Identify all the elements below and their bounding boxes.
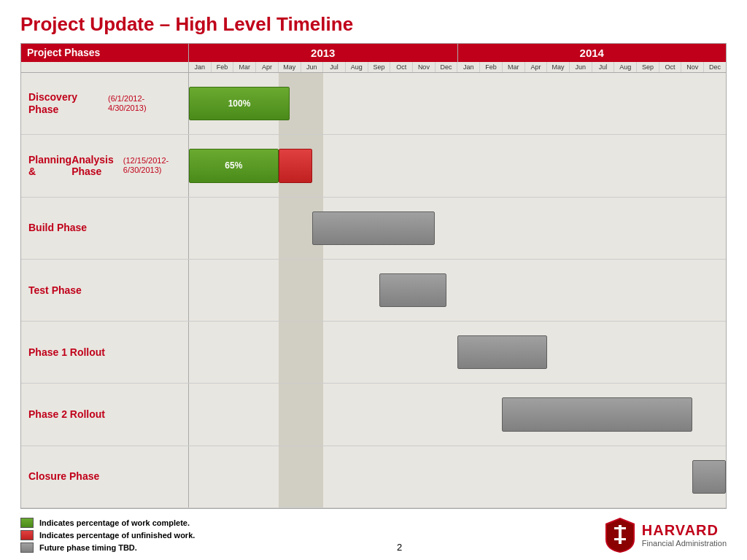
phase-name: Build Phase xyxy=(28,222,87,234)
harvard-shield-icon xyxy=(604,516,636,553)
svg-rect-1 xyxy=(619,525,622,544)
month-cell-18: Jul xyxy=(592,62,615,72)
gantt-row-0: Discovery Phase(6/1/2012-4/30/2013)100% xyxy=(21,73,726,135)
row-label-1: Planning &Analysis Phase(12/15/2012-6/30… xyxy=(21,135,189,196)
gantt-row-6: Closure Phase xyxy=(21,446,726,508)
month-cell-20: Sep xyxy=(637,62,659,72)
row-timeline-4 xyxy=(189,322,726,383)
gantt-row-1: Planning &Analysis Phase(12/15/2012-6/30… xyxy=(21,135,726,197)
current-period-shade xyxy=(279,384,323,445)
gantt-body: Discovery Phase(6/1/2012-4/30/2013)100%P… xyxy=(21,73,726,508)
bottom-area: Indicates percentage of work complete.In… xyxy=(20,512,727,553)
month-cell-0: Jan xyxy=(189,62,212,72)
month-cell-4: May xyxy=(279,62,301,72)
month-cell-14: Mar xyxy=(503,62,525,72)
row-label-5: Phase 2 Rollout xyxy=(21,384,189,445)
row-timeline-5 xyxy=(189,384,726,445)
current-period-shade xyxy=(279,322,323,383)
gantt-bar-4-0 xyxy=(457,335,547,369)
current-period-shade xyxy=(279,260,323,321)
month-cell-6: Jul xyxy=(323,62,346,72)
page-title: Project Update – High Level Timeline xyxy=(20,13,727,36)
phase-name: Test Phase xyxy=(28,284,82,297)
month-cell-19: Aug xyxy=(614,62,637,72)
phase-sublabel: (6/1/2012-4/30/2013) xyxy=(108,94,181,113)
months-cells: JanFebMarAprMayJunJulAugSepOctNovDecJanF… xyxy=(189,62,726,72)
harvard-name: HARVARD xyxy=(642,522,727,539)
gantt-row-2: Build Phase xyxy=(21,198,726,260)
phase-name: Discovery Phase xyxy=(28,91,108,116)
legend-text-1: Indicates percentage of unfinished work. xyxy=(39,531,195,540)
gantt-bar-1-0: 65% xyxy=(189,149,279,182)
month-cell-1: Feb xyxy=(212,62,234,72)
phases-header: Project Phases xyxy=(21,44,189,62)
month-cell-10: Nov xyxy=(413,62,436,72)
gantt-bar-2-0 xyxy=(312,211,436,245)
row-label-6: Closure Phase xyxy=(21,446,189,508)
gantt-row-4: Phase 1 Rollout xyxy=(21,322,726,384)
month-cell-16: May xyxy=(547,62,570,72)
phase-sublabel: (12/15/2012-6/30/2013) xyxy=(123,156,181,175)
harvard-sub: Financial Administration xyxy=(642,539,727,548)
gantt-bar-0-0: 100% xyxy=(189,87,290,120)
current-period-shade xyxy=(279,446,323,508)
month-cell-3: Apr xyxy=(256,62,279,72)
phase-name: Planning & xyxy=(28,154,71,179)
gantt-bar-1-1 xyxy=(279,149,312,182)
gantt-row-5: Phase 2 Rollout xyxy=(21,384,726,446)
month-cell-2: Mar xyxy=(233,62,256,72)
legend-area: Indicates percentage of work complete.In… xyxy=(20,518,195,553)
phase-name: Analysis Phase xyxy=(71,154,123,179)
gantt-bar-6-0 xyxy=(692,460,726,494)
row-timeline-0: 100% xyxy=(189,73,726,134)
page-number: 2 xyxy=(195,542,604,553)
row-timeline-1: 65% xyxy=(189,135,726,196)
month-cell-13: Feb xyxy=(480,62,503,72)
row-timeline-3 xyxy=(189,260,726,321)
legend-item-2: Future phase timing TBD. xyxy=(20,542,195,553)
legend-box-gray xyxy=(20,542,34,553)
legend-item-1: Indicates percentage of unfinished work. xyxy=(20,530,195,540)
year-2014: 2014 xyxy=(458,44,727,62)
month-cell-7: Aug xyxy=(346,62,368,72)
legend-item-0: Indicates percentage of work complete. xyxy=(20,518,195,528)
harvard-logo: HARVARD Financial Administration xyxy=(604,516,727,553)
row-label-2: Build Phase xyxy=(21,198,189,259)
month-cell-8: Sep xyxy=(368,62,391,72)
row-timeline-2 xyxy=(189,198,726,259)
row-label-4: Phase 1 Rollout xyxy=(21,322,189,383)
month-cell-9: Oct xyxy=(390,62,413,72)
gantt-chart: Project Phases 2013 2014 JanFebMarAprMay… xyxy=(20,43,727,509)
legend-box-green xyxy=(20,518,34,528)
harvard-text: HARVARD Financial Administration xyxy=(642,522,727,548)
month-cell-12: Jan xyxy=(457,62,480,72)
month-cell-21: Oct xyxy=(659,62,682,72)
gantt-row-3: Test Phase xyxy=(21,260,726,322)
legend-box-red xyxy=(20,530,34,540)
row-label-0: Discovery Phase(6/1/2012-4/30/2013) xyxy=(21,73,189,134)
legend-text-0: Indicates percentage of work complete. xyxy=(39,518,190,527)
month-cell-17: Jun xyxy=(570,62,592,72)
month-cell-15: Apr xyxy=(525,62,548,72)
gantt-bar-3-0 xyxy=(379,273,446,307)
months-label-spacer xyxy=(21,62,189,72)
phase-name: Closure Phase xyxy=(28,470,99,483)
gantt-bar-5-0 xyxy=(502,397,692,431)
month-cell-11: Dec xyxy=(436,62,458,72)
legend-text-2: Future phase timing TBD. xyxy=(39,543,137,552)
month-cell-5: Jun xyxy=(301,62,324,72)
year-2013: 2013 xyxy=(189,44,458,62)
month-cell-22: Nov xyxy=(681,62,704,72)
row-timeline-6 xyxy=(189,446,726,508)
gantt-header: Project Phases 2013 2014 xyxy=(21,44,726,62)
months-row: JanFebMarAprMayJunJulAugSepOctNovDecJanF… xyxy=(21,62,726,73)
phase-name: Phase 1 Rollout xyxy=(28,346,105,359)
row-label-3: Test Phase xyxy=(21,260,189,321)
svg-rect-2 xyxy=(614,538,626,540)
phase-name: Phase 2 Rollout xyxy=(28,408,105,421)
month-cell-23: Dec xyxy=(704,62,726,72)
